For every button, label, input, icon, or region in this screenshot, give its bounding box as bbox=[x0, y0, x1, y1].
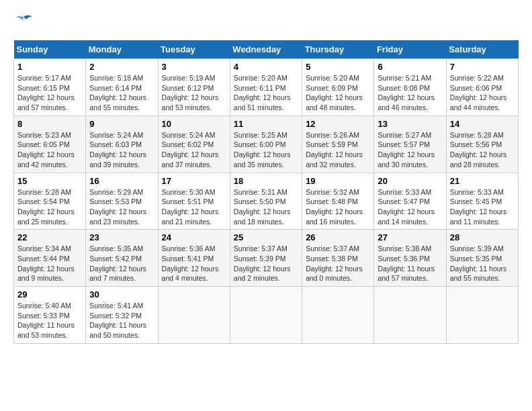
calendar-cell: 15Sunrise: 5:28 AMSunset: 5:54 PMDayligh… bbox=[14, 173, 86, 230]
day-number: 17 bbox=[162, 176, 226, 186]
calendar-cell: 6Sunrise: 5:21 AMSunset: 6:08 PMDaylight… bbox=[374, 59, 446, 116]
day-number: 25 bbox=[234, 232, 298, 242]
day-number: 15 bbox=[17, 176, 82, 186]
day-number: 6 bbox=[378, 62, 442, 72]
day-number: 22 bbox=[17, 232, 82, 242]
calendar-week: 1Sunrise: 5:17 AMSunset: 6:15 PMDaylight… bbox=[14, 59, 519, 116]
day-info: Sunrise: 5:31 AMSunset: 5:50 PMDaylight:… bbox=[234, 187, 298, 227]
day-number: 13 bbox=[378, 119, 442, 129]
calendar-cell: 11Sunrise: 5:25 AMSunset: 6:00 PMDayligh… bbox=[230, 116, 302, 173]
day-info: Sunrise: 5:33 AMSunset: 5:47 PMDaylight:… bbox=[378, 187, 442, 227]
day-info: Sunrise: 5:28 AMSunset: 5:56 PMDaylight:… bbox=[450, 130, 515, 170]
day-info: Sunrise: 5:24 AMSunset: 6:03 PMDaylight:… bbox=[89, 130, 154, 170]
calendar-cell bbox=[446, 287, 518, 344]
calendar-week: 29Sunrise: 5:40 AMSunset: 5:33 PMDayligh… bbox=[14, 287, 519, 344]
column-header-saturday: Saturday bbox=[446, 40, 518, 59]
calendar-cell: 19Sunrise: 5:32 AMSunset: 5:48 PMDayligh… bbox=[302, 173, 374, 230]
day-number: 30 bbox=[89, 289, 154, 300]
day-info: Sunrise: 5:32 AMSunset: 5:48 PMDaylight:… bbox=[306, 187, 370, 227]
day-info: Sunrise: 5:17 AMSunset: 6:15 PMDaylight:… bbox=[17, 73, 82, 113]
column-header-tuesday: Tuesday bbox=[158, 40, 230, 59]
page-header bbox=[13, 13, 519, 30]
calendar-cell: 3Sunrise: 5:19 AMSunset: 6:12 PMDaylight… bbox=[158, 59, 230, 116]
day-number: 4 bbox=[234, 62, 298, 72]
calendar-cell: 24Sunrise: 5:36 AMSunset: 5:41 PMDayligh… bbox=[158, 230, 230, 287]
day-info: Sunrise: 5:34 AMSunset: 5:44 PMDaylight:… bbox=[17, 244, 82, 283]
calendar-cell: 4Sunrise: 5:20 AMSunset: 6:11 PMDaylight… bbox=[230, 59, 302, 116]
day-info: Sunrise: 5:27 AMSunset: 5:57 PMDaylight:… bbox=[378, 130, 442, 170]
column-header-wednesday: Wednesday bbox=[230, 40, 302, 59]
day-number: 26 bbox=[306, 232, 370, 242]
calendar-cell: 29Sunrise: 5:40 AMSunset: 5:33 PMDayligh… bbox=[14, 287, 86, 344]
day-info: Sunrise: 5:35 AMSunset: 5:42 PMDaylight:… bbox=[89, 244, 154, 283]
day-number: 16 bbox=[89, 176, 154, 186]
calendar-cell: 14Sunrise: 5:28 AMSunset: 5:56 PMDayligh… bbox=[446, 116, 518, 173]
day-info: Sunrise: 5:40 AMSunset: 5:33 PMDaylight:… bbox=[17, 301, 82, 340]
day-number: 29 bbox=[17, 289, 82, 300]
day-info: Sunrise: 5:20 AMSunset: 6:09 PMDaylight:… bbox=[306, 73, 370, 113]
calendar-cell: 28Sunrise: 5:39 AMSunset: 5:35 PMDayligh… bbox=[446, 230, 518, 287]
day-info: Sunrise: 5:28 AMSunset: 5:54 PMDaylight:… bbox=[17, 187, 82, 227]
calendar-cell: 8Sunrise: 5:23 AMSunset: 6:05 PMDaylight… bbox=[14, 116, 86, 173]
calendar-cell bbox=[158, 287, 230, 344]
calendar-cell: 23Sunrise: 5:35 AMSunset: 5:42 PMDayligh… bbox=[86, 230, 158, 287]
day-number: 19 bbox=[306, 176, 370, 186]
day-number: 2 bbox=[89, 62, 154, 72]
day-info: Sunrise: 5:22 AMSunset: 6:06 PMDaylight:… bbox=[450, 73, 515, 113]
day-number: 18 bbox=[234, 176, 298, 186]
day-info: Sunrise: 5:23 AMSunset: 6:05 PMDaylight:… bbox=[17, 130, 82, 170]
day-number: 24 bbox=[162, 232, 226, 242]
day-info: Sunrise: 5:39 AMSunset: 5:35 PMDaylight:… bbox=[450, 244, 515, 283]
calendar-cell: 27Sunrise: 5:38 AMSunset: 5:36 PMDayligh… bbox=[374, 230, 446, 287]
calendar-cell: 22Sunrise: 5:34 AMSunset: 5:44 PMDayligh… bbox=[14, 230, 86, 287]
day-number: 21 bbox=[450, 176, 515, 186]
calendar-table: SundayMondayTuesdayWednesdayThursdayFrid… bbox=[13, 40, 519, 344]
day-info: Sunrise: 5:37 AMSunset: 5:39 PMDaylight:… bbox=[234, 244, 298, 283]
day-info: Sunrise: 5:24 AMSunset: 6:02 PMDaylight:… bbox=[162, 130, 226, 170]
day-number: 7 bbox=[450, 62, 515, 72]
day-info: Sunrise: 5:37 AMSunset: 5:38 PMDaylight:… bbox=[306, 244, 370, 283]
day-info: Sunrise: 5:20 AMSunset: 6:11 PMDaylight:… bbox=[234, 73, 298, 113]
day-number: 23 bbox=[89, 232, 154, 242]
calendar-cell: 25Sunrise: 5:37 AMSunset: 5:39 PMDayligh… bbox=[230, 230, 302, 287]
day-number: 3 bbox=[162, 62, 226, 72]
column-header-friday: Friday bbox=[374, 40, 446, 59]
day-info: Sunrise: 5:25 AMSunset: 6:00 PMDaylight:… bbox=[234, 130, 298, 170]
day-info: Sunrise: 5:21 AMSunset: 6:08 PMDaylight:… bbox=[378, 73, 442, 113]
day-number: 1 bbox=[17, 62, 82, 72]
day-number: 14 bbox=[450, 119, 515, 129]
day-info: Sunrise: 5:19 AMSunset: 6:12 PMDaylight:… bbox=[162, 73, 226, 113]
logo bbox=[13, 13, 36, 30]
calendar-cell: 12Sunrise: 5:26 AMSunset: 5:59 PMDayligh… bbox=[302, 116, 374, 173]
column-header-sunday: Sunday bbox=[14, 40, 86, 59]
day-info: Sunrise: 5:29 AMSunset: 5:53 PMDaylight:… bbox=[89, 187, 154, 227]
calendar-cell: 10Sunrise: 5:24 AMSunset: 6:02 PMDayligh… bbox=[158, 116, 230, 173]
day-number: 12 bbox=[306, 119, 370, 129]
day-info: Sunrise: 5:33 AMSunset: 5:45 PMDaylight:… bbox=[450, 187, 515, 227]
calendar-cell bbox=[302, 287, 374, 344]
day-info: Sunrise: 5:18 AMSunset: 6:14 PMDaylight:… bbox=[89, 73, 154, 113]
calendar-cell bbox=[230, 287, 302, 344]
logo-icon bbox=[13, 13, 34, 30]
day-info: Sunrise: 5:26 AMSunset: 5:59 PMDaylight:… bbox=[306, 130, 370, 170]
column-header-monday: Monday bbox=[86, 40, 158, 59]
calendar-week: 15Sunrise: 5:28 AMSunset: 5:54 PMDayligh… bbox=[14, 173, 519, 230]
day-info: Sunrise: 5:38 AMSunset: 5:36 PMDaylight:… bbox=[378, 244, 442, 283]
day-number: 27 bbox=[378, 232, 442, 242]
calendar-cell: 20Sunrise: 5:33 AMSunset: 5:47 PMDayligh… bbox=[374, 173, 446, 230]
day-number: 28 bbox=[450, 232, 515, 242]
day-number: 10 bbox=[162, 119, 226, 129]
day-number: 11 bbox=[234, 119, 298, 129]
calendar-cell: 9Sunrise: 5:24 AMSunset: 6:03 PMDaylight… bbox=[86, 116, 158, 173]
calendar-cell: 2Sunrise: 5:18 AMSunset: 6:14 PMDaylight… bbox=[86, 59, 158, 116]
day-info: Sunrise: 5:36 AMSunset: 5:41 PMDaylight:… bbox=[162, 244, 226, 283]
calendar-cell: 26Sunrise: 5:37 AMSunset: 5:38 PMDayligh… bbox=[302, 230, 374, 287]
calendar-cell: 1Sunrise: 5:17 AMSunset: 6:15 PMDaylight… bbox=[14, 59, 86, 116]
calendar-cell: 17Sunrise: 5:30 AMSunset: 5:51 PMDayligh… bbox=[158, 173, 230, 230]
calendar-cell: 5Sunrise: 5:20 AMSunset: 6:09 PMDaylight… bbox=[302, 59, 374, 116]
calendar-cell: 30Sunrise: 5:41 AMSunset: 5:32 PMDayligh… bbox=[86, 287, 158, 344]
calendar-cell: 7Sunrise: 5:22 AMSunset: 6:06 PMDaylight… bbox=[446, 59, 518, 116]
calendar-week: 8Sunrise: 5:23 AMSunset: 6:05 PMDaylight… bbox=[14, 116, 519, 173]
day-number: 9 bbox=[89, 119, 154, 129]
calendar-cell: 13Sunrise: 5:27 AMSunset: 5:57 PMDayligh… bbox=[374, 116, 446, 173]
